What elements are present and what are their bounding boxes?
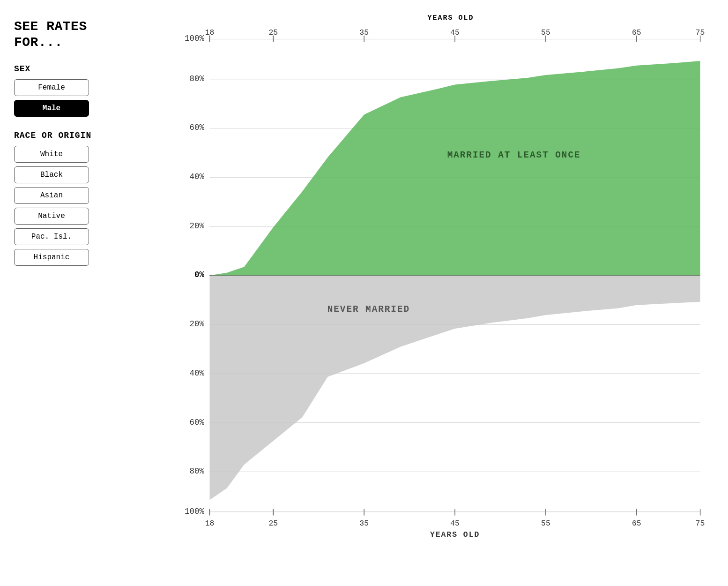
page-title: SEE RATESFOR... [14, 19, 122, 50]
y-label-100-above: 100% [185, 34, 204, 43]
race-hispanic-button[interactable]: Hispanic [14, 249, 89, 266]
y-label-80: 80% [190, 74, 205, 83]
x-tick-35-bottom: 35 [359, 519, 369, 528]
sex-male-button[interactable]: Male [14, 100, 89, 117]
x-tick-55-top: 55 [541, 28, 550, 37]
sex-section-label: SEX [14, 64, 122, 74]
x-tick-65-top: 65 [632, 28, 641, 37]
y-label-80-below: 80% [190, 466, 205, 476]
y-label-100-below: 100% [185, 507, 204, 516]
x-tick-35-top: 35 [359, 28, 369, 37]
x-tick-45-bottom: 45 [450, 519, 460, 528]
chart-wrapper: 100% 80% 60% 40% 20% 0% 20% 40% 60% 80% … [173, 27, 709, 542]
y-label-20-below: 20% [190, 319, 205, 329]
race-asian-button[interactable]: Asian [14, 187, 89, 204]
race-black-button[interactable]: Black [14, 166, 89, 183]
race-button-group: White Black Asian Native Pac. Isl. Hispa… [14, 146, 122, 266]
sidebar: SEE RATESFOR... SEX Female Male RACE OR … [0, 0, 136, 586]
y-label-40: 40% [190, 172, 205, 181]
never-married-area [210, 276, 700, 500]
chart-top-axis-label: YEARS OLD [192, 14, 709, 22]
y-label-0: 0% [194, 270, 204, 279]
x-tick-25-top: 25 [268, 28, 278, 37]
x-axis-label-bottom: YEARS OLD [430, 530, 480, 539]
x-tick-75-bottom: 75 [696, 519, 705, 528]
race-pacisl-button[interactable]: Pac. Isl. [14, 228, 89, 245]
y-label-60-below: 60% [190, 418, 205, 427]
y-label-60: 60% [190, 123, 205, 132]
y-label-20: 20% [190, 221, 205, 231]
married-label: MARRIED AT LEAST ONCE [447, 150, 581, 160]
race-section-label: RACE OR ORIGIN [14, 131, 122, 140]
x-tick-75-top: 75 [696, 28, 705, 37]
x-tick-18-top: 18 [205, 28, 215, 37]
x-tick-45-top: 45 [450, 28, 460, 37]
main-chart: 100% 80% 60% 40% 20% 0% 20% 40% 60% 80% … [173, 27, 709, 542]
sex-female-button[interactable]: Female [14, 79, 89, 96]
sex-button-group: Female Male [14, 79, 122, 117]
x-tick-55-bottom: 55 [541, 519, 550, 528]
race-white-button[interactable]: White [14, 146, 89, 163]
y-label-40-below: 40% [190, 368, 205, 378]
chart-area: YEARS OLD [136, 0, 728, 586]
x-tick-18-bottom: 18 [205, 519, 215, 528]
never-married-label: NEVER MARRIED [327, 304, 410, 315]
x-tick-25-bottom: 25 [268, 519, 278, 528]
race-native-button[interactable]: Native [14, 208, 89, 225]
married-area [210, 61, 700, 276]
x-tick-65-bottom: 65 [632, 519, 641, 528]
